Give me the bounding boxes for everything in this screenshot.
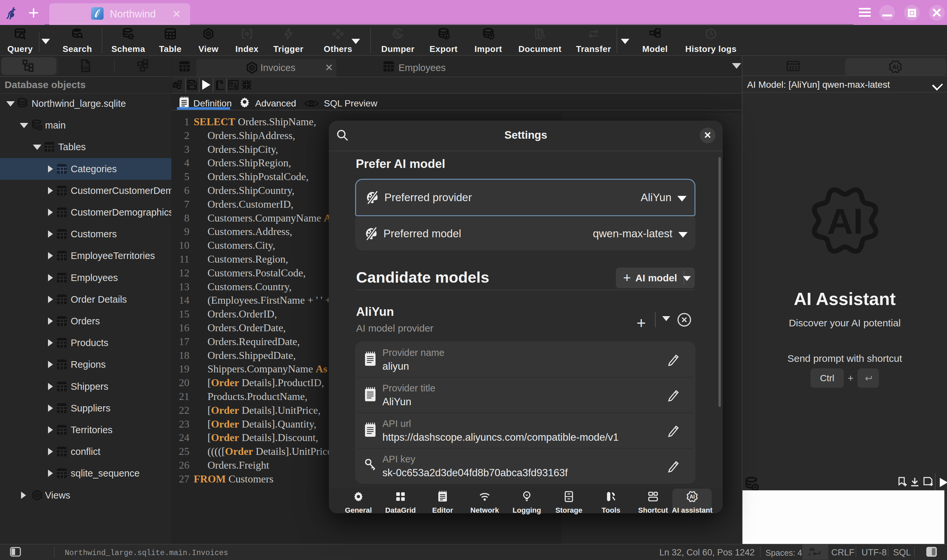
svg-text:AI: AI [892,63,899,70]
svg-text:ab: ab [809,546,815,552]
svg-text:AI: AI [690,494,695,500]
svg-text:AI: AI [827,201,863,241]
svg-text:SQL: SQL [81,65,90,70]
svg-text:c: c [808,552,811,557]
